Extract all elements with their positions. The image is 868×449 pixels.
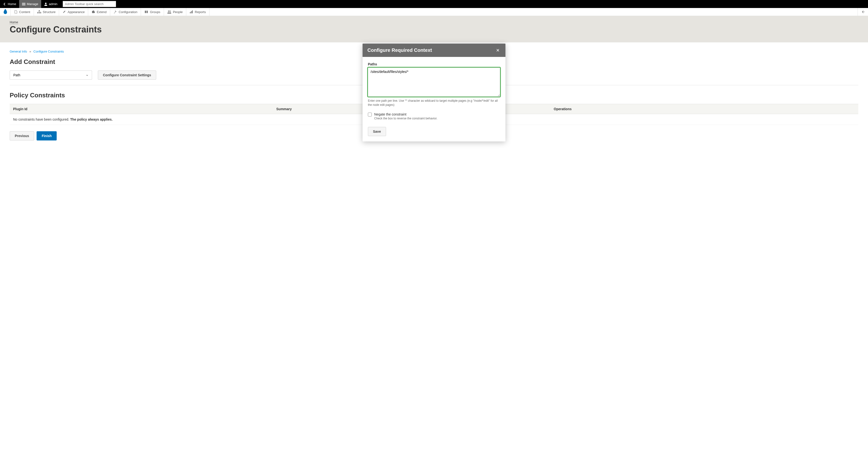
constraint-type-select[interactable]: Path [10, 70, 92, 80]
admin-menu-groups[interactable]: Groups [141, 8, 164, 16]
modal-body: Paths /sites/default/files/styles/* Ente… [363, 57, 505, 141]
admin-menu: Content Structure Appearance Extend Conf… [0, 8, 868, 16]
step-separator: » [29, 50, 31, 53]
toolbar-admin-button[interactable]: admin [41, 0, 60, 8]
paths-label: Paths [368, 62, 500, 66]
admin-menu-structure[interactable]: Structure [34, 8, 59, 16]
admin-menu-reports-label: Reports [195, 10, 206, 14]
svg-rect-0 [22, 3, 25, 3]
finish-button[interactable]: Finish [37, 131, 57, 140]
svg-rect-13 [191, 11, 192, 13]
save-button[interactable]: Save [368, 127, 386, 136]
paths-textarea[interactable]: /sites/default/files/styles/* [368, 68, 500, 97]
modal-header: Configure Required Context ✕ [363, 43, 505, 57]
people-icon [167, 10, 171, 13]
paths-description: Enter one path per line. Use '*' charact… [368, 99, 500, 107]
paintbrush-icon [62, 10, 66, 13]
toolbar-manage-label: Manage [27, 2, 38, 6]
admin-menu-content-label: Content [19, 10, 30, 14]
col-operations: Operations [550, 104, 858, 114]
configure-constraint-button[interactable]: Configure Constraint Settings [98, 70, 156, 80]
modal-actions: Save [368, 127, 500, 136]
step-configure-constraints-link[interactable]: Configure Constraints [33, 50, 64, 53]
svg-rect-14 [192, 10, 193, 13]
modal-title: Configure Required Context [367, 47, 432, 53]
svg-rect-1 [22, 4, 25, 4]
toolbar-orientation-toggle[interactable] [858, 8, 868, 16]
col-plugin-id: Plugin Id [10, 104, 273, 114]
svg-rect-4 [39, 10, 40, 11]
user-icon [44, 2, 48, 6]
svg-rect-6 [39, 12, 40, 13]
svg-point-11 [169, 11, 170, 12]
step-general-info-link[interactable]: General Info [10, 50, 27, 53]
svg-rect-7 [40, 12, 41, 13]
page-title: Configure Constraints [10, 25, 858, 35]
admin-menu-groups-label: Groups [150, 10, 160, 14]
admin-menu-people-label: People [173, 10, 183, 14]
wrench-icon [114, 10, 117, 13]
negate-label-group: Negate the constraint Check the box to r… [374, 113, 437, 120]
svg-rect-12 [190, 12, 191, 13]
toolbar-admin-label: admin [49, 2, 57, 6]
previous-button[interactable]: Previous [10, 131, 34, 140]
groups-icon [144, 10, 148, 13]
svg-rect-2 [22, 5, 25, 5]
svg-rect-9 [147, 11, 148, 13]
empty-strong: The policy always applies. [70, 118, 113, 121]
modal-close-button[interactable]: ✕ [495, 48, 501, 53]
toolbar-search-wrapper [63, 1, 116, 7]
svg-point-3 [45, 3, 46, 4]
back-arrow-icon [3, 2, 6, 6]
arrow-left-icon [861, 10, 865, 13]
structure-icon [37, 10, 41, 13]
breadcrumb: Home [10, 20, 858, 24]
admin-toolbar-search-input[interactable] [63, 1, 116, 7]
admin-menu-configuration[interactable]: Configuration [110, 8, 141, 16]
toolbar-home-button[interactable]: Home [0, 0, 19, 8]
svg-rect-8 [145, 11, 146, 13]
constraint-type-select-wrapper: Path [10, 70, 92, 80]
admin-menu-structure-label: Structure [43, 10, 56, 14]
admin-menu-reports[interactable]: Reports [186, 8, 210, 16]
toolbar-manage-button[interactable]: Manage [19, 0, 41, 8]
chart-icon [190, 10, 193, 13]
breadcrumb-home-link[interactable]: Home [10, 20, 18, 24]
admin-menu-content[interactable]: Content [11, 8, 34, 16]
drupal-logo-icon[interactable] [0, 8, 11, 16]
admin-menu-extend-label: Extend [97, 10, 106, 14]
close-icon: ✕ [496, 48, 500, 53]
puzzle-icon [92, 10, 95, 13]
configure-context-modal: Configure Required Context ✕ Paths /site… [363, 43, 505, 141]
empty-prefix: No constraints have been configured. [13, 118, 70, 121]
svg-point-10 [168, 11, 169, 12]
page-header: Home Configure Constraints [0, 16, 868, 42]
document-icon [14, 10, 18, 13]
admin-menu-appearance-label: Appearance [68, 10, 85, 14]
admin-toolbar-top: Home Manage admin [0, 0, 868, 8]
negate-checkbox[interactable] [368, 113, 372, 117]
admin-menu-people[interactable]: People [164, 8, 186, 16]
negate-description: Check the box to reverse the constraint … [374, 117, 437, 120]
negate-label: Negate the constraint [374, 113, 437, 116]
svg-rect-5 [37, 12, 38, 13]
negate-row: Negate the constraint Check the box to r… [368, 113, 500, 120]
admin-menu-appearance[interactable]: Appearance [59, 8, 88, 16]
hamburger-icon [22, 2, 25, 6]
admin-menu-extend[interactable]: Extend [88, 8, 110, 16]
toolbar-home-label: Home [8, 2, 16, 6]
admin-menu-configuration-label: Configuration [119, 10, 137, 14]
